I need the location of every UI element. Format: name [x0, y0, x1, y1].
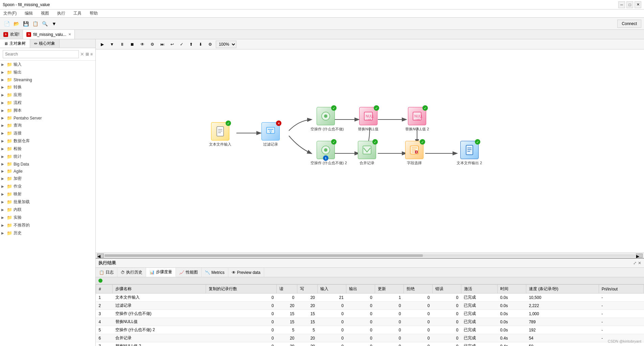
table-cell: 15 [297, 318, 318, 326]
tree-item-crypto[interactable]: ▶📁加密 [0, 175, 95, 182]
tree-item-bulkload[interactable]: ▶📁批量加载 [0, 198, 95, 206]
close-bottom-icon[interactable]: ✕ [638, 261, 641, 265]
tree-item-transform[interactable]: ▶📁转换 [0, 83, 95, 91]
menu-tools[interactable]: 工具 [71, 10, 84, 17]
tree-item-agile[interactable]: ▶📁Agile [0, 168, 95, 175]
canvas-horizontal-scroll[interactable]: ◀ ▶ [96, 253, 644, 258]
table-cell: 0 [206, 326, 276, 334]
tree-item-inline[interactable]: ▶📁内联 [0, 206, 95, 214]
minimize-button[interactable]: ─ [618, 1, 625, 8]
node-dummy2[interactable]: ✓ 1 空操作 (什么也不做) 2 [310, 141, 341, 166]
tab-welcome[interactable]: S 欢迎! [0, 30, 23, 39]
table-cell: 0 [432, 310, 461, 318]
tree-item-stats[interactable]: ▶📁统计 [0, 153, 95, 160]
tab-log[interactable]: 📋 日志 [96, 268, 117, 277]
node-replace2[interactable]: NULL→val ✓ 替换NULL值 2 [405, 107, 429, 132]
tree-item-app[interactable]: ▶📁应用 [0, 91, 95, 99]
tree-item-flow[interactable]: ▶📁流程 [0, 99, 95, 107]
node-icon-dummy1: ✓ [317, 107, 335, 125]
tree-item-bigdata[interactable]: ▶📁Big Data [0, 160, 95, 168]
tree-item-check[interactable]: ▶📁检验 [0, 145, 95, 153]
run-button[interactable]: ▶ [98, 41, 106, 48]
maximize-button[interactable]: □ [626, 1, 633, 8]
toolbar-save[interactable]: 💾 [22, 20, 30, 28]
node-output2[interactable]: ✓ 文本文件输出 2 [457, 141, 482, 166]
tree-item-pentaho[interactable]: ▶📁Pentaho Server [0, 114, 95, 122]
view-list-icon[interactable]: ≡ [90, 52, 93, 57]
stop-button[interactable]: ⏹ [128, 41, 137, 48]
menu-view[interactable]: 视图 [39, 10, 51, 17]
table-row[interactable]: 3空操作 (什么也不做)0151500000已完成0.0s1,000- [96, 310, 644, 318]
table-cell: 21 [318, 294, 346, 302]
tree-item-history[interactable]: ▶📁历史 [0, 229, 95, 237]
node-select[interactable]: ✓ 字段选择 [405, 141, 423, 166]
debug-button[interactable]: ⚙ [148, 41, 157, 48]
col-input: 输入 [318, 285, 346, 294]
node-merge[interactable]: ✓ 合并记录 [358, 141, 376, 166]
toolbar-explore[interactable]: 🔍 [41, 20, 49, 28]
toolbar-open[interactable]: 📂 [12, 20, 20, 28]
tree-item-streaming[interactable]: ▶📁Streaming [0, 76, 95, 83]
tab-metrics2[interactable]: 📉 Metrics [202, 268, 228, 277]
view-toggle-icon[interactable]: ⊞ [86, 52, 89, 57]
tree-item-dw[interactable]: ▶📁数据仓库 [0, 137, 95, 145]
tab-preview[interactable]: 👁 Preview data [228, 268, 264, 277]
menu-edit[interactable]: 编辑 [23, 10, 35, 17]
import-button[interactable]: ⬇ [197, 41, 205, 48]
tab-core-objects[interactable]: ✏ 核心对象 [30, 39, 60, 48]
menu-execute[interactable]: 执行 [55, 10, 67, 17]
scroll-thumb[interactable] [105, 254, 423, 257]
menu-help[interactable]: 帮助 [88, 10, 100, 17]
node-replace1[interactable]: NULL→val ✓ 替换NULL值 [358, 107, 378, 132]
table-row[interactable]: 4替换NULL值0151500000已完成0.0s789- [96, 318, 644, 326]
search-input[interactable] [3, 50, 79, 58]
check-button[interactable]: ✓ [178, 41, 186, 48]
tab-main-objects[interactable]: 🖥 主对象树 [0, 39, 30, 48]
preview-icon: 👁 [232, 270, 236, 275]
table-row[interactable]: 7替换NULL值 20202000000已完成0.4s50- [96, 342, 644, 346]
toolbar-new[interactable]: 📄 [3, 20, 11, 28]
tree-item-output[interactable]: ▶📁输出 [0, 68, 95, 76]
node-text-input[interactable]: ✓ 文本文件输入 [209, 122, 231, 147]
scroll-right[interactable]: ▶ [636, 254, 643, 258]
export-button[interactable]: ⬆ [187, 41, 195, 48]
tab-exec-history[interactable]: ⏱ 执行历史 [117, 268, 146, 277]
canvas-area[interactable]: ✓ 文本文件输入 ✕ 过滤记录 [96, 49, 644, 253]
replay-button[interactable]: ↩ [168, 41, 176, 48]
toolbar-dropdown[interactable]: ▼ [50, 20, 58, 28]
right-panel: ▶ ▼ ⏸ ⏹ 👁 ⚙ ⏭ ↩ ✓ ⬆ ⬇ ⚙ 100% 75% 50% 150… [96, 39, 644, 346]
tree-item-query[interactable]: ▶📁查询 [0, 122, 95, 129]
tree-item-mapping[interactable]: ▶📁映射 [0, 190, 95, 198]
node-filter[interactable]: ✕ 过滤记录 [261, 122, 280, 147]
pause-button[interactable]: ⏸ [118, 41, 127, 48]
tree-item-script[interactable]: ▶📁脚本 [0, 107, 95, 114]
table-row[interactable]: 5空操作 (什么也不做) 205500000已完成0.0s192- [96, 326, 644, 334]
tab-step-metrics[interactable]: 📊 步骤度量 [146, 268, 176, 277]
settings-button[interactable]: ⚙ [206, 41, 214, 48]
tab-perf-chart[interactable]: 📈 性能图 [176, 268, 202, 277]
connect-button[interactable]: Connect [617, 20, 641, 28]
step-button[interactable]: ⏭ [158, 41, 167, 48]
menu-file[interactable]: 文件(F) [1, 10, 19, 17]
scroll-left[interactable]: ◀ [97, 254, 104, 258]
tab-transform[interactable]: S fill_missing_valu... ✕ [23, 30, 74, 39]
toolbar-saveas[interactable]: 📋 [31, 20, 39, 28]
zoom-select[interactable]: 100% 75% 50% 150% [216, 41, 236, 48]
tree-item-job[interactable]: ▶📁作业 [0, 182, 95, 190]
table-row[interactable]: 2过滤记录0202000000已完成0.0s2,222- [96, 302, 644, 310]
table-row[interactable]: 6合并记录0202000000已完成0.4s54- [96, 334, 644, 342]
tree-item-deprecated[interactable]: ▶📁不推荐的 [0, 221, 95, 229]
tree-item-connect[interactable]: ▶📁连接 [0, 129, 95, 137]
close-button[interactable]: ✕ [635, 1, 641, 8]
tab-close-icon[interactable]: ✕ [68, 33, 71, 36]
tree-item-experiment[interactable]: ▶📁实验 [0, 214, 95, 221]
search-clear-icon[interactable]: ✕ [80, 51, 84, 57]
metrics2-icon: 📉 [205, 270, 210, 275]
tree-item-input[interactable]: ▶📁输入 [0, 61, 95, 68]
expand-icon[interactable]: ⤢ [633, 261, 637, 265]
node-dummy1[interactable]: ✓ 空操作 (什么也不做) [310, 107, 341, 132]
table-row[interactable]: 1文本文件输入0020210100已完成0.0s10,500- [96, 294, 644, 302]
main-objects-icon: 🖥 [4, 41, 8, 46]
preview-button[interactable]: 👁 [138, 41, 147, 48]
run-dropdown[interactable]: ▼ [108, 41, 116, 48]
